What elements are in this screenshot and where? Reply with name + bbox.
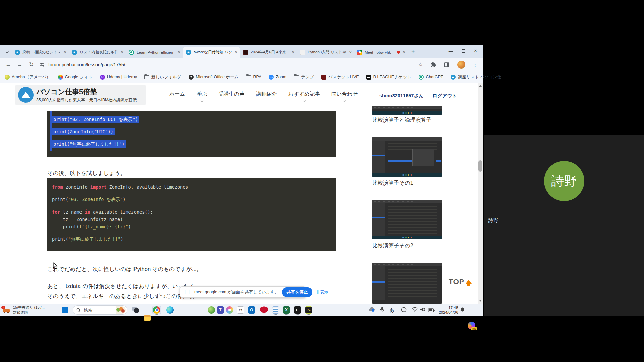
close-icon[interactable]: × — [121, 50, 123, 54]
folder-icon — [144, 75, 149, 79]
extensions-icon[interactable] — [430, 62, 436, 68]
close-icon[interactable]: × — [64, 50, 66, 54]
battery-icon[interactable] — [428, 308, 435, 314]
tab[interactable]: 2024年4月6日 A東京× — [240, 47, 297, 58]
tab-search-button[interactable] — [3, 47, 11, 56]
video-label[interactable]: 比較演算子その1 — [372, 180, 413, 187]
nav-item-learn[interactable]: 学ぶ — [197, 90, 207, 102]
teams-icon[interactable]: T — [216, 306, 224, 314]
microphone-icon[interactable] — [380, 307, 384, 314]
bookmark-item[interactable]: Udemy | Udemy — [100, 75, 137, 80]
scroll-down-arrow[interactable] — [479, 300, 482, 302]
nav-item-articles[interactable]: おすすめ記事 — [288, 90, 320, 102]
url-text[interactable]: forum.pc5bai.com/lesson/page/1755/ — [48, 62, 125, 67]
green-app-icon[interactable] — [207, 306, 215, 314]
page-scrollbar[interactable] — [478, 83, 483, 304]
hide-banner-link[interactable]: 非表示 — [316, 289, 328, 295]
reload-icon[interactable]: ↻ — [25, 61, 37, 68]
bookmark-item[interactable]: バスケットLIVE — [321, 74, 359, 80]
file-explorer-icon[interactable] — [143, 314, 151, 322]
outlook-icon[interactable]: O — [248, 306, 256, 314]
snipping-tool-icon[interactable]: ✂ — [236, 306, 245, 314]
stop-sharing-button[interactable]: 共有を停止 — [282, 287, 313, 297]
edge-icon[interactable] — [166, 306, 174, 314]
minimize-button[interactable]: — — [449, 49, 453, 53]
scrollbar-thumb[interactable] — [478, 160, 482, 172]
screen-share-banner: ❘❘ meet.google.com が画面を共有しています。 共有を停止 非表… — [180, 286, 306, 298]
video-thumbnail[interactable] — [372, 137, 442, 177]
drag-handle-icon[interactable]: ❘❘ — [183, 290, 191, 294]
close-icon[interactable]: × — [292, 50, 294, 54]
back-icon[interactable]: ← — [3, 61, 14, 68]
bookmark-item[interactable]: Zoom — [269, 75, 286, 80]
close-icon[interactable]: × — [235, 50, 237, 54]
video-label[interactable]: 比較演算子と論理演算子 — [372, 117, 431, 124]
close-icon[interactable]: × — [178, 50, 180, 54]
tab[interactable]: Python3入門 リストや× — [297, 47, 354, 58]
tray-overflow-chevron[interactable] — [360, 307, 360, 313]
back-to-top-button[interactable]: TOP — [449, 278, 472, 286]
tab[interactable]: リスト内包表記に条件× — [69, 47, 126, 58]
speaker-icon[interactable] — [420, 307, 426, 313]
close-icon[interactable]: × — [402, 50, 405, 54]
scroll-up-arrow[interactable] — [479, 85, 482, 87]
new-tab-button[interactable]: + — [411, 48, 415, 55]
bookmark-item[interactable]: Ameba（アメーバ） — [5, 74, 51, 80]
address-bar[interactable]: forum.pc5bai.com/lesson/page/1755/ — [40, 62, 418, 67]
task-view-icon[interactable] — [132, 306, 140, 314]
paint-icon[interactable] — [226, 306, 234, 314]
bookmark-folder[interactable]: RPA — [246, 75, 261, 79]
side-panel-icon[interactable] — [444, 62, 450, 68]
cloud-icon[interactable]: i — [368, 307, 375, 313]
bookmark-item[interactable]: 講座リスト パソコン仕... — [451, 74, 505, 80]
nav-item-contact[interactable]: 問い合わせ — [331, 90, 358, 102]
video-thumbnail[interactable] — [372, 263, 442, 304]
kebab-menu-icon[interactable]: ⋮ — [473, 62, 478, 68]
clock[interactable]: 17:45 2024/04/06 — [436, 305, 458, 315]
tab[interactable]: 投稿・相談のヒント - パ× — [12, 47, 69, 58]
copilot-icon[interactable]: PRE — [468, 322, 475, 329]
nav-item-voices[interactable]: 受講生の声 — [219, 90, 245, 102]
bookmark-folder[interactable]: テンプ — [294, 74, 314, 80]
bookmark-item[interactable]: Google フォト — [58, 74, 93, 80]
start-button[interactable] — [62, 307, 68, 313]
pycharm-icon[interactable]: PC — [305, 306, 313, 314]
video-thumbnail[interactable] — [372, 200, 442, 239]
wifi-icon[interactable] — [412, 307, 418, 313]
profile-avatar[interactable] — [457, 61, 465, 69]
bookmark-item[interactable]: Microsoft Office ホーム — [189, 74, 238, 80]
logout-link[interactable]: ログアウト — [432, 93, 457, 99]
tab[interactable]: Learn Python Efficien× — [126, 47, 183, 58]
chrome-icon[interactable] — [153, 306, 161, 314]
bookmark-item[interactable]: B.LEAGUEチケット — [366, 74, 412, 80]
notification-bell-icon[interactable] — [460, 307, 465, 314]
maximize-button[interactable] — [462, 49, 465, 53]
forward-icon[interactable]: → — [14, 61, 25, 68]
terminal-icon[interactable]: >_ — [293, 306, 302, 314]
clock-app-icon[interactable] — [401, 307, 407, 314]
tab-active[interactable]: awareな日付時刻 パソ× — [183, 47, 240, 58]
ime-mode-indicator[interactable]: あ — [390, 307, 394, 313]
excel-icon[interactable]: X — [282, 306, 290, 314]
bookmark-folder[interactable]: 新しいフォルダ — [144, 74, 181, 80]
notepad-icon[interactable] — [272, 306, 280, 314]
site-title[interactable]: パソコン仕事5倍塾 — [36, 87, 97, 97]
video-label[interactable]: 比較演算子その2 — [372, 242, 413, 249]
tab[interactable]: Meet - obw-yhk× — [354, 47, 408, 58]
tray-date: 2024/04/06 — [436, 310, 458, 315]
bookmark-star-icon[interactable]: ☆ — [418, 61, 423, 68]
bookmark-item[interactable]: ChatGPT — [419, 75, 443, 80]
site-favicon — [186, 50, 191, 55]
close-icon[interactable]: × — [349, 50, 352, 54]
widgets-button[interactable]: ! 15/中央通り (15 /... 封鎖道路 — [2, 305, 45, 315]
search-box[interactable]: 検索 — [73, 305, 127, 315]
nav-item-instructor[interactable]: 講師紹介 — [256, 90, 277, 102]
close-window-button[interactable]: × — [474, 48, 477, 54]
video-thumbnail[interactable] — [372, 106, 442, 115]
account-user-link[interactable]: shino32011657さん — [379, 93, 424, 99]
meet-favicon — [357, 50, 362, 55]
nav-item-home[interactable]: ホーム — [169, 90, 185, 102]
mcafee-icon[interactable] — [260, 306, 268, 314]
site-info-icon[interactable] — [40, 62, 45, 67]
site-logo[interactable] — [18, 87, 34, 103]
